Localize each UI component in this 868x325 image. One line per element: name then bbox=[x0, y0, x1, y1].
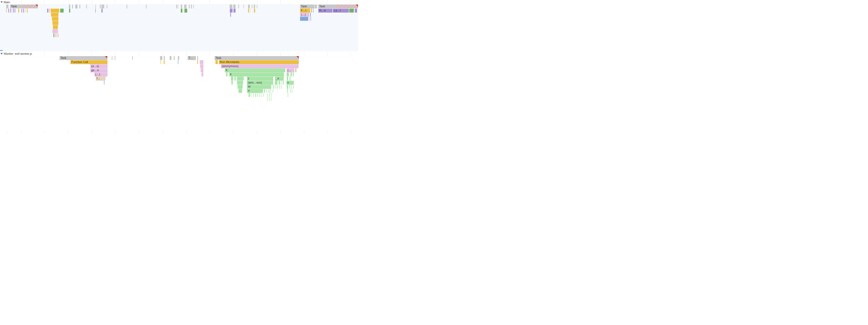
flame-sliver[interactable] bbox=[311, 9, 312, 12]
flame-sliver[interactable] bbox=[14, 9, 15, 12]
flame-sliver[interactable] bbox=[178, 60, 178, 64]
flame-sliver[interactable] bbox=[267, 93, 268, 97]
flame-sliver[interactable] bbox=[290, 72, 292, 77]
flame-sliver[interactable] bbox=[174, 56, 175, 60]
flame-sliver[interactable] bbox=[309, 17, 310, 21]
flame-sliver[interactable] bbox=[27, 9, 28, 12]
flame-sliver[interactable] bbox=[197, 60, 198, 64]
flame-sliver[interactable] bbox=[269, 93, 270, 97]
flame-sliver[interactable] bbox=[293, 85, 294, 89]
flame-sliver[interactable] bbox=[25, 9, 26, 12]
flame-sliver[interactable] bbox=[271, 93, 271, 97]
flame-sliver[interactable] bbox=[51, 9, 59, 12]
flame-sliver[interactable] bbox=[254, 9, 255, 12]
flame-sliver[interactable] bbox=[349, 9, 354, 12]
flame-sliver[interactable] bbox=[231, 77, 233, 81]
flame-sliver[interactable] bbox=[72, 5, 73, 8]
flame-sliver[interactable] bbox=[160, 56, 162, 60]
flame-bar[interactable]: La…t bbox=[333, 9, 349, 12]
flame-sliver[interactable] bbox=[248, 5, 250, 8]
flame-bar[interactable]: V bbox=[247, 89, 263, 93]
flame-sliver[interactable] bbox=[230, 9, 232, 12]
flame-sliver[interactable] bbox=[244, 5, 244, 8]
flame-sliver[interactable] bbox=[238, 5, 239, 8]
flame-sliver[interactable] bbox=[22, 9, 22, 12]
flame-bar[interactable]: o bbox=[286, 81, 294, 85]
flame-sliver[interactable] bbox=[60, 9, 64, 12]
flame-sliver[interactable] bbox=[189, 5, 190, 8]
flame-sliver[interactable] bbox=[55, 33, 55, 37]
flame-sliver[interactable] bbox=[271, 97, 271, 101]
flame-bar[interactable]: Task bbox=[215, 56, 299, 60]
flame-bar[interactable]: Task bbox=[318, 5, 358, 8]
flame-sliver[interactable] bbox=[251, 93, 251, 97]
flame-sliver[interactable] bbox=[6, 5, 8, 8]
flame-sliver[interactable] bbox=[56, 33, 57, 37]
flame-sliver[interactable] bbox=[115, 56, 115, 60]
flame-sliver[interactable] bbox=[13, 9, 14, 12]
flame-sliver[interactable] bbox=[178, 5, 178, 8]
flame-sliver[interactable] bbox=[281, 85, 281, 89]
flame-sliver[interactable] bbox=[238, 85, 243, 89]
flame-sliver[interactable] bbox=[6, 9, 7, 12]
flame-sliver[interactable] bbox=[8, 9, 9, 12]
flame-sliver[interactable] bbox=[47, 9, 48, 12]
flame-sliver[interactable] bbox=[100, 5, 101, 8]
flame-sliver[interactable] bbox=[226, 72, 227, 77]
flame-sliver[interactable] bbox=[289, 85, 290, 89]
flame-sliver[interactable] bbox=[281, 81, 281, 85]
flame-bar[interactable]: f… bbox=[96, 77, 105, 81]
flame-sliver[interactable] bbox=[58, 33, 59, 37]
flame-sliver[interactable] bbox=[132, 56, 133, 60]
flame-bar[interactable]: ft bbox=[225, 68, 285, 72]
flame-sliver[interactable] bbox=[18, 9, 19, 12]
flame-sliver[interactable] bbox=[11, 9, 12, 12]
flame-sliver[interactable] bbox=[355, 9, 357, 12]
flame-bar[interactable]: (…) bbox=[94, 72, 107, 77]
flame-sliver[interactable] bbox=[52, 17, 58, 21]
flame-sliver[interactable] bbox=[215, 60, 218, 64]
flame-sliver[interactable] bbox=[252, 5, 252, 8]
flame-sliver[interactable] bbox=[229, 5, 232, 8]
flame-sliver[interactable] bbox=[101, 9, 102, 12]
flame-sliver[interactable] bbox=[176, 5, 177, 8]
flame-bar[interactable]: Task bbox=[300, 5, 314, 8]
flame-sliver[interactable] bbox=[283, 81, 284, 85]
flame-chart-main[interactable]: TaskTaskTaskF…lR…eLa…t(…) bbox=[0, 4, 358, 52]
flame-sliver[interactable] bbox=[69, 9, 70, 12]
flame-sliver[interactable] bbox=[191, 5, 192, 8]
flame-bar[interactable]: ge…e bbox=[90, 68, 107, 72]
flame-sliver[interactable] bbox=[287, 72, 289, 77]
flame-sliver[interactable] bbox=[160, 60, 161, 64]
flame-sliver[interactable] bbox=[230, 13, 231, 17]
flame-sliver[interactable] bbox=[231, 81, 233, 85]
flame-bar[interactable]: F…l bbox=[300, 9, 310, 12]
flame-sliver[interactable] bbox=[169, 56, 172, 60]
flame-bar[interactable]: T… bbox=[188, 56, 196, 60]
flame-sliver[interactable] bbox=[200, 64, 204, 68]
flame-bar[interactable]: (a…s) bbox=[90, 64, 107, 68]
flame-sliver[interactable] bbox=[279, 81, 280, 85]
flame-sliver[interactable] bbox=[127, 5, 127, 8]
flame-sliver[interactable] bbox=[249, 93, 250, 97]
flame-chart-worker[interactable]: TaskT…TaskFunction CallRun Microtasks(a…… bbox=[0, 56, 358, 131]
flame-sliver[interactable] bbox=[239, 89, 242, 93]
flame-sliver[interactable] bbox=[53, 33, 54, 37]
flame-sliver[interactable] bbox=[53, 29, 58, 33]
flame-sliver[interactable] bbox=[193, 5, 194, 8]
flame-sliver[interactable] bbox=[234, 9, 236, 12]
flame-sliver[interactable] bbox=[311, 17, 311, 21]
flame-bar[interactable]: (anonymous) bbox=[221, 64, 299, 68]
flame-sliver[interactable] bbox=[267, 97, 268, 101]
flame-bar[interactable]: Run Microtasks bbox=[219, 60, 299, 64]
flame-bar[interactable]: z bbox=[247, 77, 273, 81]
flame-sliver[interactable] bbox=[310, 13, 311, 17]
flame-sliver[interactable] bbox=[275, 85, 275, 89]
flame-sliver[interactable] bbox=[49, 9, 50, 12]
flame-sliver[interactable] bbox=[104, 81, 104, 85]
flame-sliver[interactable] bbox=[279, 85, 280, 89]
flame-bar[interactable]: _e bbox=[275, 77, 284, 81]
flame-sliver[interactable] bbox=[261, 93, 261, 97]
flame-sliver[interactable] bbox=[271, 89, 271, 93]
flame-sliver[interactable] bbox=[277, 85, 277, 89]
